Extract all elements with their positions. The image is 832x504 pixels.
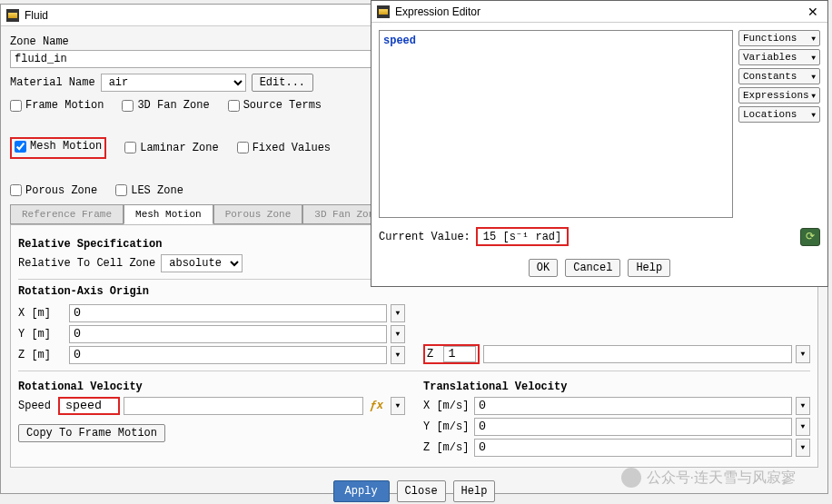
constants-button[interactable]: Constants▼ (738, 68, 820, 84)
y-dropdown-icon[interactable]: ▼ (391, 325, 405, 343)
laminar-zone-check[interactable]: Laminar Zone (124, 137, 218, 159)
rot-vel-label: Rotational Velocity (18, 380, 405, 393)
chevron-down-icon: ▼ (811, 92, 816, 100)
close-icon[interactable]: ✕ (804, 5, 822, 19)
speed-input[interactable] (62, 399, 116, 413)
material-name-label: Material Name (10, 76, 95, 89)
expr-content: speed (383, 35, 416, 47)
rel-spec-label: Relative Specification (18, 238, 405, 251)
y-label: Y [m] (18, 328, 65, 341)
x-input[interactable] (69, 304, 387, 322)
expression-textarea[interactable]: speed (379, 30, 733, 218)
x-dropdown-icon[interactable]: ▼ (391, 304, 405, 322)
rel-to-cell-select[interactable]: absolute (161, 254, 243, 272)
rot-z-label: Z (427, 348, 437, 361)
current-value-label: Current Value: (379, 231, 470, 243)
help-button[interactable]: Help (453, 480, 496, 502)
material-name-select[interactable]: air (101, 74, 246, 92)
vy-label: Y [m/s] (423, 420, 470, 433)
functions-button[interactable]: Functions▼ (738, 30, 820, 46)
expressions-button[interactable]: Expressions▼ (738, 87, 820, 104)
fixed-values-check[interactable]: Fixed Values (237, 137, 331, 159)
speed-label: Speed (18, 400, 54, 412)
rel-to-cell-label: Relative To Cell Zone (18, 257, 155, 270)
vz-input[interactable] (474, 439, 792, 457)
rot-z-dropdown-icon[interactable]: ▼ (796, 345, 810, 363)
fluid-title: Fluid (25, 9, 48, 22)
chevron-down-icon: ▼ (811, 35, 816, 43)
vy-input[interactable] (474, 418, 792, 436)
les-zone-check[interactable]: LES Zone (115, 184, 183, 197)
frame-motion-check[interactable]: Frame Motion (10, 99, 104, 112)
vz-dropdown-icon[interactable]: ▼ (796, 439, 810, 457)
chevron-down-icon: ▼ (811, 54, 816, 62)
vz-label: Z [m/s] (423, 441, 470, 454)
expr-app-icon (377, 5, 390, 18)
speed-highlight (58, 397, 120, 415)
source-terms-check[interactable]: Source Terms (228, 99, 322, 112)
apply-button[interactable]: Apply (333, 480, 390, 502)
expr-help-button[interactable]: Help (628, 259, 670, 277)
rot-z-highlight: Z (423, 344, 480, 364)
z-label: Z [m] (18, 349, 65, 361)
chevron-down-icon: ▼ (811, 73, 816, 81)
mesh-motion-check[interactable]: Mesh Motion (15, 140, 102, 153)
locations-button[interactable]: Locations▼ (738, 106, 820, 123)
refresh-icon[interactable]: ⟳ (800, 228, 820, 246)
trans-vel-label: Translational Velocity (423, 380, 810, 393)
fx-icon[interactable]: ƒx (367, 400, 387, 412)
expr-title: Expression Editor (395, 5, 480, 18)
ok-button[interactable]: OK (529, 259, 558, 277)
expr-side-buttons: Functions▼ Variables▼ Constants▼ Express… (738, 30, 820, 218)
close-button[interactable]: Close (397, 480, 446, 502)
speed-dropdown-icon[interactable]: ▼ (391, 397, 405, 415)
rot-z-input[interactable] (443, 346, 476, 362)
tab-reference-frame[interactable]: Reference Frame (10, 204, 124, 223)
copy-to-frame-button[interactable]: Copy To Frame Motion (18, 424, 165, 442)
vx-input[interactable] (474, 397, 792, 415)
fan-zone-check[interactable]: 3D Fan Zone (122, 99, 209, 112)
z-input[interactable] (69, 346, 387, 364)
vy-dropdown-icon[interactable]: ▼ (796, 418, 810, 436)
rot-z-ext-input[interactable] (483, 345, 792, 363)
vx-dropdown-icon[interactable]: ▼ (796, 397, 810, 415)
x-label: X [m] (18, 307, 65, 320)
mesh-motion-highlight: Mesh Motion (10, 137, 106, 159)
speed-ext-input[interactable] (124, 397, 363, 415)
current-value: 15 [s⁻¹ rad] (476, 227, 569, 246)
tab-mesh-motion[interactable]: Mesh Motion (124, 204, 213, 224)
bottom-buttons: Apply Close Help (10, 480, 818, 502)
variables-button[interactable]: Variables▼ (738, 49, 820, 65)
z-dropdown-icon[interactable]: ▼ (391, 346, 405, 364)
tab-porous-zone[interactable]: Porous Zone (213, 204, 303, 223)
porous-zone-check[interactable]: Porous Zone (10, 184, 97, 197)
edit-material-button[interactable]: Edit... (252, 74, 313, 92)
app-icon (6, 9, 19, 22)
chevron-down-icon: ▼ (811, 111, 816, 119)
cancel-button[interactable]: Cancel (565, 259, 620, 277)
vx-label: X [m/s] (423, 400, 470, 412)
expr-titlebar: Expression Editor ✕ (371, 1, 827, 23)
expression-editor-window: Expression Editor ✕ speed Functions▼ Var… (371, 0, 828, 287)
y-input[interactable] (69, 325, 387, 343)
